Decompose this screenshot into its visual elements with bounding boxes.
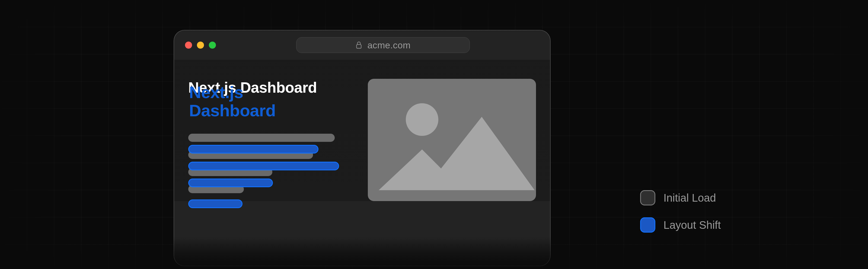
minimize-icon[interactable] (197, 42, 204, 49)
image-placeholder (368, 79, 536, 201)
page-title-shifted: Next.js Dashboard (189, 83, 276, 120)
window-bottom-fade (174, 239, 550, 266)
skeleton-bar (188, 162, 339, 170)
browser-window: acme.com Next.js Dashboard Next.js Dashb… (174, 30, 551, 266)
skeleton-shifted (188, 145, 339, 216)
legend-swatch-shift (640, 217, 655, 233)
skeleton-bar (188, 145, 318, 154)
svg-rect-0 (357, 45, 361, 48)
lock-icon (355, 41, 362, 49)
address-url: acme.com (367, 40, 410, 51)
maximize-icon[interactable] (209, 42, 216, 49)
skeleton-bar (188, 134, 335, 142)
svg-point-1 (406, 103, 438, 136)
close-icon[interactable] (185, 42, 192, 49)
window-controls (185, 42, 216, 49)
legend-label: Initial Load (663, 192, 716, 204)
skeleton-bar (188, 199, 243, 208)
browser-chrome: acme.com (174, 30, 550, 60)
page-title-overlay: Next.js Dashboard Next.js Dashboard (188, 79, 353, 125)
legend-initial-load: Initial Load (640, 190, 721, 206)
page-left-column: Next.js Dashboard Next.js Dashboard (188, 79, 353, 201)
address-bar[interactable]: acme.com (296, 37, 470, 53)
legend: Initial Load Layout Shift (640, 190, 721, 233)
legend-swatch-initial (640, 190, 655, 206)
legend-label: Layout Shift (663, 219, 721, 231)
page-body: Next.js Dashboard Next.js Dashboard (174, 60, 550, 201)
skeleton-bar (188, 179, 273, 187)
legend-layout-shift: Layout Shift (640, 217, 721, 233)
